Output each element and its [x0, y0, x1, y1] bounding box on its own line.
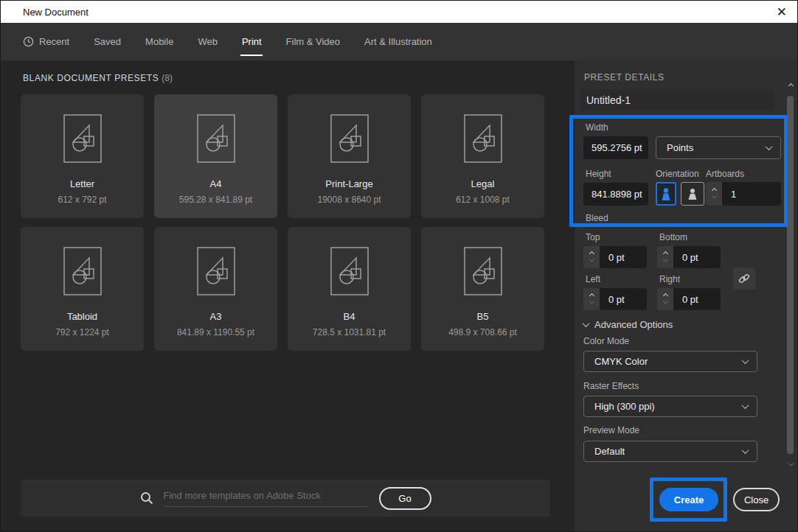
orientation-portrait-button[interactable] [656, 182, 676, 206]
bleed-left-stepper [583, 288, 647, 310]
category-tabs: Recent Saved Mobile Web Print Film & Vid… [1, 23, 797, 60]
document-shapes-icon [197, 114, 235, 163]
preset-card-legal[interactable]: Legal 612 x 1008 pt [421, 94, 544, 218]
orientation-label: Orientation [656, 169, 699, 179]
go-button[interactable]: Go [379, 487, 431, 510]
artboards-input[interactable] [722, 182, 781, 206]
document-shapes-icon [330, 114, 369, 163]
preset-name: B5 [477, 311, 489, 322]
create-button[interactable]: Create [659, 488, 718, 511]
scrollbar-up-arrow[interactable] [787, 84, 794, 88]
chevron-down-icon [583, 320, 590, 327]
preview-mode-dropdown[interactable]: Default [583, 441, 757, 462]
raster-effects-value: High (300 ppi) [594, 401, 655, 412]
preset-dimensions: 612 x 792 pt [58, 195, 106, 205]
bleed-top-label: Top [586, 232, 600, 242]
preview-mode-value: Default [594, 446, 625, 457]
color-mode-value: CMYK Color [594, 356, 648, 367]
bleed-left-arrows[interactable] [583, 288, 600, 310]
magnifier-icon [140, 491, 153, 505]
document-shapes-icon [464, 247, 502, 295]
bleed-top-stepper [583, 246, 647, 268]
artboards-label: Artboards [706, 169, 744, 179]
chevron-up-icon [662, 293, 667, 298]
preset-card-a4[interactable]: A4 595.28 x 841.89 pt [154, 94, 277, 218]
chevron-down-icon [589, 257, 594, 262]
tab-web[interactable]: Web [198, 23, 218, 60]
scrollbar-down-arrow[interactable] [787, 463, 794, 466]
document-shapes-icon [330, 247, 369, 295]
tab-label: Recent [39, 36, 69, 47]
preset-name: B4 [344, 311, 355, 322]
advanced-options-toggle[interactable]: Advanced Options [583, 319, 673, 330]
color-mode-dropdown[interactable]: CMYK Color [583, 351, 757, 372]
bleed-right-arrows[interactable] [657, 288, 673, 310]
preset-name: Legal [471, 178, 495, 189]
raster-effects-label: Raster Effects [583, 381, 639, 391]
preset-name: Letter [70, 178, 94, 189]
height-input[interactable] [583, 183, 648, 206]
preset-dimensions: 841.89 x 1190.55 pt [177, 327, 254, 337]
bleed-bottom-arrows[interactable] [657, 246, 673, 268]
chevron-up-icon [711, 188, 716, 193]
clock-icon [23, 36, 34, 47]
bleed-top-arrows[interactable] [583, 246, 600, 268]
width-label: Width [586, 122, 608, 133]
preset-card-a3[interactable]: A3 841.89 x 1190.55 pt [154, 227, 277, 351]
preset-details-panel: PRESET DETAILS Width Points Height Orien… [575, 60, 797, 531]
bleed-right-stepper [657, 288, 721, 310]
preset-dimensions: 792 x 1224 pt [55, 327, 109, 337]
preset-name: Tabloid [67, 311, 97, 322]
bleed-left-input[interactable] [600, 288, 647, 310]
artboards-stepper-arrows[interactable] [706, 182, 722, 206]
preset-card-print-large[interactable]: Print-Large 19008 x 8640 pt [288, 94, 411, 218]
scrollbar-thumb[interactable] [787, 96, 794, 454]
document-shapes-icon [63, 247, 102, 295]
chevron-down-icon [662, 257, 667, 262]
chevron-down-icon [788, 461, 793, 466]
presets-count: (8) [162, 73, 173, 83]
search-input[interactable] [164, 490, 369, 507]
preset-dimensions: 612 x 1008 pt [456, 195, 510, 205]
preset-dimensions: 19008 x 8640 pt [317, 195, 381, 205]
bleed-bottom-stepper [657, 246, 721, 268]
chevron-down-icon [662, 299, 667, 304]
preset-details-heading: PRESET DETAILS [584, 72, 665, 83]
bleed-label: Bleed [586, 213, 608, 223]
document-name-input[interactable] [580, 90, 774, 111]
preset-card-tabloid[interactable]: Tabloid 792 x 1224 pt [21, 227, 144, 351]
bleed-link-button[interactable] [733, 267, 755, 290]
bleed-top-input[interactable] [600, 246, 647, 268]
tab-recent[interactable]: Recent [23, 23, 69, 60]
presets-area: BLANK DOCUMENT PRESETS(8) Letter 612 x 7… [1, 60, 576, 531]
tab-mobile[interactable]: Mobile [145, 23, 173, 60]
bleed-bottom-label: Bottom [659, 232, 687, 242]
bleed-right-input[interactable] [673, 288, 721, 310]
tab-print[interactable]: Print [242, 23, 262, 60]
units-dropdown[interactable]: Points [656, 136, 781, 159]
artboards-stepper [706, 182, 781, 206]
landscape-person-icon [687, 187, 698, 200]
preset-card-b4[interactable]: B4 728.5 x 1031.81 pt [288, 227, 411, 351]
chevron-up-icon [589, 251, 594, 256]
chevron-down-icon [742, 357, 749, 364]
bleed-bottom-input[interactable] [673, 246, 721, 268]
chevron-down-icon [711, 194, 716, 199]
tab-saved[interactable]: Saved [94, 23, 121, 60]
chevron-up-icon [589, 293, 594, 298]
width-input[interactable] [583, 136, 648, 159]
tab-art-illustration[interactable]: Art & Illustration [364, 23, 432, 60]
tab-film-video[interactable]: Film & Video [286, 23, 340, 60]
portrait-person-icon [660, 186, 672, 201]
preset-dimensions: 498.9 x 708.66 pt [448, 327, 517, 337]
preset-card-b5[interactable]: B5 498.9 x 708.66 pt [421, 227, 544, 351]
raster-effects-dropdown[interactable]: High (300 ppi) [583, 396, 757, 417]
chevron-down-icon [742, 447, 749, 454]
preset-card-letter[interactable]: Letter 612 x 792 pt [21, 94, 144, 218]
preset-name: A3 [210, 311, 222, 322]
close-button[interactable]: Close [733, 488, 780, 511]
adobe-stock-search-bar: Go [21, 480, 550, 517]
orientation-landscape-button[interactable] [681, 182, 704, 206]
close-icon[interactable]: ✕ [777, 6, 787, 18]
chevron-down-icon [766, 143, 773, 150]
